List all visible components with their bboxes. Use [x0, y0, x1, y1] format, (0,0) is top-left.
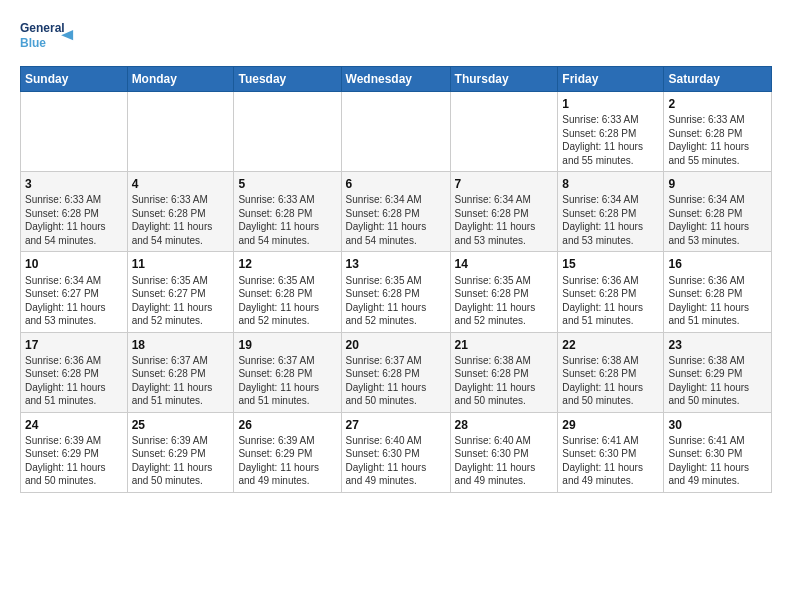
svg-text:General: General: [20, 21, 65, 35]
calendar-cell: 13Sunrise: 6:35 AM Sunset: 6:28 PM Dayli…: [341, 252, 450, 332]
calendar-cell: 23Sunrise: 6:38 AM Sunset: 6:29 PM Dayli…: [664, 332, 772, 412]
calendar-cell: 20Sunrise: 6:37 AM Sunset: 6:28 PM Dayli…: [341, 332, 450, 412]
day-number: 16: [668, 256, 767, 272]
day-number: 26: [238, 417, 336, 433]
calendar-cell: 11Sunrise: 6:35 AM Sunset: 6:27 PM Dayli…: [127, 252, 234, 332]
calendar-cell: 25Sunrise: 6:39 AM Sunset: 6:29 PM Dayli…: [127, 412, 234, 492]
day-info: Sunrise: 6:41 AM Sunset: 6:30 PM Dayligh…: [562, 434, 659, 488]
calendar: SundayMondayTuesdayWednesdayThursdayFrid…: [20, 66, 772, 493]
calendar-cell: 29Sunrise: 6:41 AM Sunset: 6:30 PM Dayli…: [558, 412, 664, 492]
day-info: Sunrise: 6:37 AM Sunset: 6:28 PM Dayligh…: [346, 354, 446, 408]
day-info: Sunrise: 6:34 AM Sunset: 6:27 PM Dayligh…: [25, 274, 123, 328]
weekday-header-saturday: Saturday: [664, 67, 772, 92]
calendar-cell: 14Sunrise: 6:35 AM Sunset: 6:28 PM Dayli…: [450, 252, 558, 332]
day-number: 9: [668, 176, 767, 192]
calendar-cell: 26Sunrise: 6:39 AM Sunset: 6:29 PM Dayli…: [234, 412, 341, 492]
day-info: Sunrise: 6:34 AM Sunset: 6:28 PM Dayligh…: [562, 193, 659, 247]
calendar-cell: 18Sunrise: 6:37 AM Sunset: 6:28 PM Dayli…: [127, 332, 234, 412]
calendar-cell: 6Sunrise: 6:34 AM Sunset: 6:28 PM Daylig…: [341, 172, 450, 252]
weekday-header-thursday: Thursday: [450, 67, 558, 92]
calendar-cell: 17Sunrise: 6:36 AM Sunset: 6:28 PM Dayli…: [21, 332, 128, 412]
day-info: Sunrise: 6:34 AM Sunset: 6:28 PM Dayligh…: [668, 193, 767, 247]
calendar-cell: 9Sunrise: 6:34 AM Sunset: 6:28 PM Daylig…: [664, 172, 772, 252]
calendar-cell: 22Sunrise: 6:38 AM Sunset: 6:28 PM Dayli…: [558, 332, 664, 412]
day-info: Sunrise: 6:33 AM Sunset: 6:28 PM Dayligh…: [668, 113, 767, 167]
day-info: Sunrise: 6:35 AM Sunset: 6:28 PM Dayligh…: [455, 274, 554, 328]
day-info: Sunrise: 6:36 AM Sunset: 6:28 PM Dayligh…: [25, 354, 123, 408]
calendar-cell: 30Sunrise: 6:41 AM Sunset: 6:30 PM Dayli…: [664, 412, 772, 492]
calendar-week-2: 3Sunrise: 6:33 AM Sunset: 6:28 PM Daylig…: [21, 172, 772, 252]
calendar-cell: 4Sunrise: 6:33 AM Sunset: 6:28 PM Daylig…: [127, 172, 234, 252]
logo-svg: General Blue: [20, 16, 80, 56]
calendar-cell: 27Sunrise: 6:40 AM Sunset: 6:30 PM Dayli…: [341, 412, 450, 492]
day-number: 20: [346, 337, 446, 353]
calendar-cell: 10Sunrise: 6:34 AM Sunset: 6:27 PM Dayli…: [21, 252, 128, 332]
day-info: Sunrise: 6:39 AM Sunset: 6:29 PM Dayligh…: [25, 434, 123, 488]
day-info: Sunrise: 6:37 AM Sunset: 6:28 PM Dayligh…: [238, 354, 336, 408]
day-info: Sunrise: 6:38 AM Sunset: 6:29 PM Dayligh…: [668, 354, 767, 408]
calendar-cell: [341, 92, 450, 172]
day-info: Sunrise: 6:34 AM Sunset: 6:28 PM Dayligh…: [455, 193, 554, 247]
calendar-cell: [450, 92, 558, 172]
day-number: 29: [562, 417, 659, 433]
day-number: 11: [132, 256, 230, 272]
day-number: 14: [455, 256, 554, 272]
day-info: Sunrise: 6:35 AM Sunset: 6:28 PM Dayligh…: [346, 274, 446, 328]
day-number: 2: [668, 96, 767, 112]
calendar-cell: 7Sunrise: 6:34 AM Sunset: 6:28 PM Daylig…: [450, 172, 558, 252]
calendar-week-4: 17Sunrise: 6:36 AM Sunset: 6:28 PM Dayli…: [21, 332, 772, 412]
weekday-header-wednesday: Wednesday: [341, 67, 450, 92]
day-number: 28: [455, 417, 554, 433]
day-number: 3: [25, 176, 123, 192]
calendar-cell: 21Sunrise: 6:38 AM Sunset: 6:28 PM Dayli…: [450, 332, 558, 412]
calendar-cell: 2Sunrise: 6:33 AM Sunset: 6:28 PM Daylig…: [664, 92, 772, 172]
calendar-week-3: 10Sunrise: 6:34 AM Sunset: 6:27 PM Dayli…: [21, 252, 772, 332]
logo: General Blue: [20, 16, 80, 56]
day-number: 21: [455, 337, 554, 353]
day-info: Sunrise: 6:38 AM Sunset: 6:28 PM Dayligh…: [562, 354, 659, 408]
day-number: 12: [238, 256, 336, 272]
day-number: 7: [455, 176, 554, 192]
weekday-header-monday: Monday: [127, 67, 234, 92]
day-info: Sunrise: 6:38 AM Sunset: 6:28 PM Dayligh…: [455, 354, 554, 408]
day-info: Sunrise: 6:35 AM Sunset: 6:28 PM Dayligh…: [238, 274, 336, 328]
day-number: 5: [238, 176, 336, 192]
day-number: 18: [132, 337, 230, 353]
weekday-header-sunday: Sunday: [21, 67, 128, 92]
day-number: 10: [25, 256, 123, 272]
day-number: 19: [238, 337, 336, 353]
calendar-cell: 3Sunrise: 6:33 AM Sunset: 6:28 PM Daylig…: [21, 172, 128, 252]
day-info: Sunrise: 6:33 AM Sunset: 6:28 PM Dayligh…: [238, 193, 336, 247]
calendar-week-5: 24Sunrise: 6:39 AM Sunset: 6:29 PM Dayli…: [21, 412, 772, 492]
day-info: Sunrise: 6:34 AM Sunset: 6:28 PM Dayligh…: [346, 193, 446, 247]
day-info: Sunrise: 6:36 AM Sunset: 6:28 PM Dayligh…: [668, 274, 767, 328]
calendar-cell: [127, 92, 234, 172]
calendar-cell: 24Sunrise: 6:39 AM Sunset: 6:29 PM Dayli…: [21, 412, 128, 492]
calendar-week-1: 1Sunrise: 6:33 AM Sunset: 6:28 PM Daylig…: [21, 92, 772, 172]
day-info: Sunrise: 6:35 AM Sunset: 6:27 PM Dayligh…: [132, 274, 230, 328]
day-number: 30: [668, 417, 767, 433]
day-info: Sunrise: 6:33 AM Sunset: 6:28 PM Dayligh…: [562, 113, 659, 167]
calendar-cell: 19Sunrise: 6:37 AM Sunset: 6:28 PM Dayli…: [234, 332, 341, 412]
day-number: 13: [346, 256, 446, 272]
day-number: 24: [25, 417, 123, 433]
calendar-cell: 1Sunrise: 6:33 AM Sunset: 6:28 PM Daylig…: [558, 92, 664, 172]
day-info: Sunrise: 6:36 AM Sunset: 6:28 PM Dayligh…: [562, 274, 659, 328]
day-info: Sunrise: 6:33 AM Sunset: 6:28 PM Dayligh…: [25, 193, 123, 247]
day-number: 8: [562, 176, 659, 192]
header: General Blue: [20, 16, 772, 56]
weekday-header-friday: Friday: [558, 67, 664, 92]
day-info: Sunrise: 6:33 AM Sunset: 6:28 PM Dayligh…: [132, 193, 230, 247]
calendar-cell: [234, 92, 341, 172]
calendar-header-row: SundayMondayTuesdayWednesdayThursdayFrid…: [21, 67, 772, 92]
day-info: Sunrise: 6:40 AM Sunset: 6:30 PM Dayligh…: [455, 434, 554, 488]
day-info: Sunrise: 6:41 AM Sunset: 6:30 PM Dayligh…: [668, 434, 767, 488]
day-info: Sunrise: 6:40 AM Sunset: 6:30 PM Dayligh…: [346, 434, 446, 488]
calendar-cell: 12Sunrise: 6:35 AM Sunset: 6:28 PM Dayli…: [234, 252, 341, 332]
calendar-cell: 28Sunrise: 6:40 AM Sunset: 6:30 PM Dayli…: [450, 412, 558, 492]
day-number: 27: [346, 417, 446, 433]
day-info: Sunrise: 6:39 AM Sunset: 6:29 PM Dayligh…: [238, 434, 336, 488]
day-number: 25: [132, 417, 230, 433]
day-number: 6: [346, 176, 446, 192]
day-number: 23: [668, 337, 767, 353]
